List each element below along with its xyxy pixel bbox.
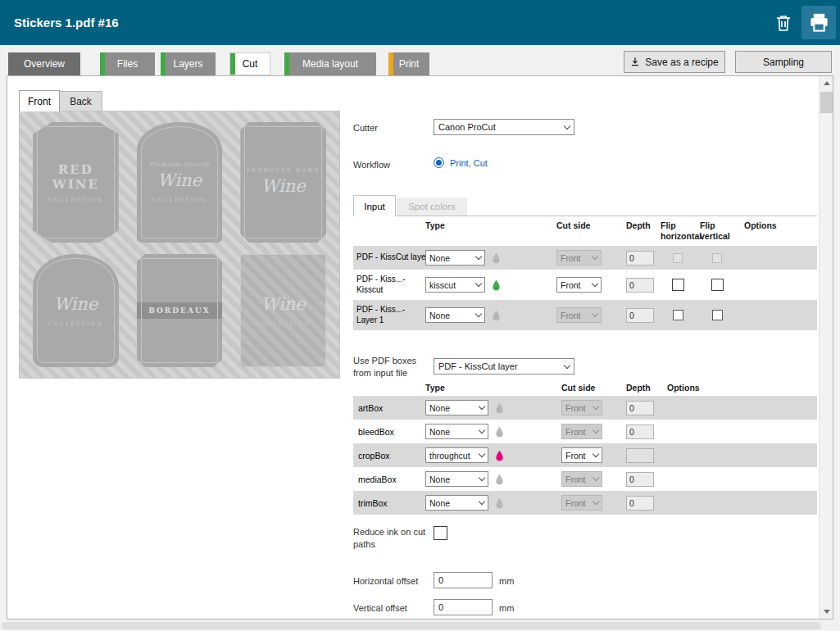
tab-print[interactable]: Print [388, 52, 429, 75]
chevron-down-icon [593, 427, 599, 434]
cutter-value: Canon ProCut [438, 122, 496, 132]
sticker-label: PRODUCER NAME Wine [240, 122, 326, 243]
type-select[interactable]: None [425, 424, 488, 439]
scroll-down-button[interactable] [820, 605, 833, 619]
tab-back[interactable]: Back [60, 91, 102, 111]
horizontal-offset-input[interactable] [434, 572, 493, 588]
table-row: cropBox throughcut Front [353, 443, 817, 467]
scrollbar-thumb[interactable] [2, 622, 821, 629]
type-select[interactable]: kisscut [425, 277, 485, 293]
droplet-icon [495, 426, 504, 438]
flip-vertical-checkbox[interactable] [711, 279, 724, 291]
chevron-down-icon [479, 498, 485, 505]
sticker-subtitle: COLLECTION [256, 320, 311, 327]
cut-side-select[interactable]: Front [556, 307, 602, 323]
tab-label: Back [70, 96, 92, 107]
tab-front[interactable]: Front [19, 90, 60, 111]
cut-side-select[interactable]: Front [561, 424, 602, 439]
type-value: None [429, 253, 450, 263]
chevron-down-icon [564, 361, 570, 368]
chevron-down-icon [479, 451, 485, 457]
cut-side-value: Front [561, 253, 581, 263]
depth-input[interactable] [626, 472, 654, 487]
cut-side-value: Front [565, 498, 586, 508]
vertical-scrollbar[interactable] [819, 76, 833, 619]
depth-input[interactable] [626, 251, 654, 266]
pdf-boxes-select[interactable]: PDF - KissCut layer [434, 358, 574, 375]
type-value: None [429, 311, 450, 320]
flip-horizontal-checkbox[interactable] [673, 253, 683, 263]
save-as-recipe-button[interactable]: Save as a recipe [624, 51, 725, 73]
trash-icon [774, 13, 793, 33]
flip-vertical-checkbox[interactable] [712, 253, 722, 263]
cut-side-select[interactable]: Front [561, 495, 602, 511]
workflow-radio-print-cut[interactable] [434, 157, 444, 168]
droplet-icon [495, 497, 504, 509]
chevron-down-icon [593, 498, 599, 505]
tab-accent [388, 52, 393, 75]
tab-files[interactable]: Files [100, 52, 155, 75]
chevron-down-icon [592, 311, 598, 317]
chevron-down-icon [592, 280, 598, 287]
vertical-offset-input[interactable] [434, 599, 493, 615]
table-header-row: Type Cut side Depth Options [353, 379, 817, 396]
sticker-label: Wine COLLECTION [33, 254, 119, 367]
cut-side-select[interactable]: Front [561, 400, 602, 415]
tab-label: Overview [24, 58, 65, 70]
tab-label: Print [399, 58, 420, 70]
scroll-up-button[interactable] [820, 76, 833, 90]
cut-side-value: Front [561, 311, 581, 320]
cut-side-select[interactable]: Front [561, 447, 602, 463]
table-row: bleedBox None Front [353, 420, 817, 443]
delete-button[interactable] [771, 11, 796, 35]
pdf-boxes-table: Type Cut side Depth Options artBox None … [353, 379, 817, 515]
layers-cut-table: Type Cut side Depth Flip horizontal Flip… [353, 216, 817, 330]
depth-input[interactable] [626, 308, 654, 323]
table-row: PDF - KissCut layer None Front [353, 246, 817, 270]
type-select[interactable]: None [425, 307, 485, 323]
tab-layers[interactable]: Layers [161, 52, 216, 75]
chevron-down-icon [593, 403, 599, 410]
chevron-down-icon [479, 474, 485, 481]
cut-side-value: Front [561, 280, 581, 290]
type-select[interactable]: None [425, 250, 485, 266]
type-select[interactable]: None [425, 400, 488, 415]
tab-media-layout[interactable]: Media layout [284, 52, 376, 75]
vertical-offset-unit: mm [499, 602, 514, 615]
sticker-subtitle: COLLECTION [48, 320, 103, 327]
print-button[interactable] [801, 6, 836, 39]
depth-input[interactable] [626, 424, 654, 439]
scrollbar-thumb[interactable] [820, 92, 833, 113]
type-select[interactable]: throughcut [425, 447, 488, 463]
sampling-button[interactable]: Sampling [735, 51, 832, 73]
content-panel: Front Back RED WINE COLLECTION Premium Q… [7, 75, 833, 620]
flip-horizontal-checkbox[interactable] [672, 279, 684, 291]
flip-vertical-checkbox[interactable] [712, 310, 723, 320]
depth-input[interactable] [626, 278, 654, 293]
type-select[interactable]: None [425, 471, 488, 487]
horizontal-scrollbar[interactable] [0, 620, 840, 631]
flip-horizontal-checkbox[interactable] [673, 310, 683, 320]
horizontal-offset-unit: mm [499, 575, 514, 588]
header-flip-vertical: Flip vertical [700, 220, 738, 241]
title-bar: Stickers 1.pdf #16 [0, 0, 840, 45]
chevron-down-icon [592, 253, 598, 260]
app-window: Stickers 1.pdf #16 Overview Files Layers… [0, 0, 840, 631]
type-select[interactable]: None [425, 495, 488, 511]
cut-side-select[interactable]: Front [556, 250, 602, 266]
cutter-select[interactable]: Canon ProCut [434, 119, 574, 135]
header-options: Options [744, 220, 777, 230]
type-value: None [429, 427, 450, 437]
tab-overview[interactable]: Overview [8, 52, 80, 75]
reduce-ink-checkbox[interactable] [434, 526, 447, 540]
tab-cut[interactable]: Cut [229, 52, 270, 75]
depth-input[interactable] [626, 401, 654, 415]
tab-label: Spot colors [408, 202, 456, 211]
pdf-boxes-value: PDF - KissCut layer [438, 361, 518, 371]
cut-side-select[interactable]: Front [556, 277, 602, 293]
depth-input[interactable] [626, 496, 654, 511]
depth-input[interactable] [626, 448, 654, 463]
cut-side-select[interactable]: Front [561, 471, 602, 487]
tab-spot-colors[interactable]: Spot colors [397, 197, 467, 216]
tab-input[interactable]: Input [353, 195, 396, 216]
